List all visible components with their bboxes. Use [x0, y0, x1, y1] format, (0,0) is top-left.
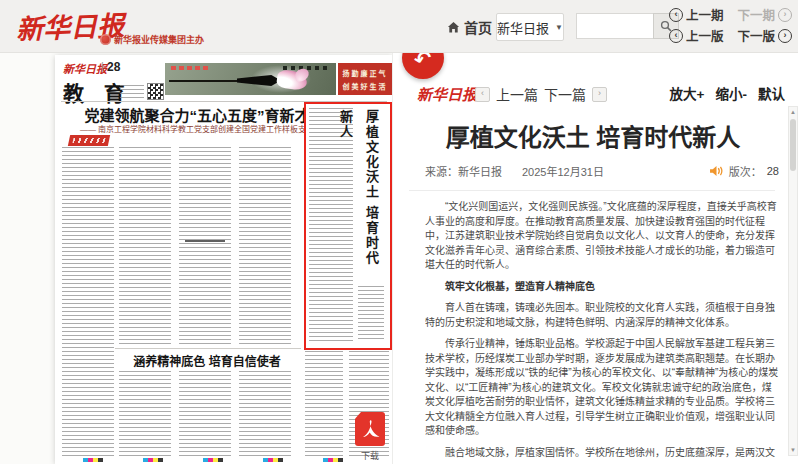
article-body: “文化兴则国运兴，文化强则民族强。”文化底蕴的深厚程度，直接关乎高校育人事业的高… — [425, 200, 779, 458]
banner-small-red-text — [171, 66, 209, 70]
scroll-down-arrow[interactable]: ▼ — [789, 447, 797, 453]
page-number: 28 — [107, 60, 120, 74]
circle-left-arrow-icon: ‹ — [669, 8, 683, 22]
next-issue-link[interactable]: 下一期 › — [737, 5, 792, 24]
prev-page-label: 上一版 — [686, 26, 724, 45]
article-navigation: ‹ 上一篇 下一篇 › — [475, 84, 607, 104]
app-root: 新华日报 新华报业传媒集团主办 首页 新华日报 ▼ — [0, 0, 798, 464]
scrollbar-thumb[interactable] — [790, 119, 796, 171]
pdf-download-button[interactable]: 下载 — [353, 412, 387, 464]
banner-slogan-line1: 扬勤廉正气 — [343, 68, 388, 78]
article-source: 来源：新华日报 — [425, 163, 502, 179]
color-registration-mark — [323, 458, 343, 462]
column-badge — [68, 135, 110, 146]
inline-subhead — [185, 240, 225, 245]
issue-row: ‹ 上一期 下一期 › — [669, 5, 792, 24]
zoom-default-button[interactable]: 默认 — [758, 83, 785, 103]
circle-left-arrow-icon: ‹ — [669, 29, 683, 43]
highlighted-article-region[interactable]: 厚植文化沃土 培育时代新人 — [304, 102, 392, 350]
top-header: 新华日报 新华报业传媒集团主办 首页 新华日报 ▼ — [0, 0, 798, 53]
prev-article-box-icon[interactable]: ‹ — [475, 87, 490, 102]
article-reader-pane: 新华日报 ‹ 上一篇 下一篇 › 放大+ 缩小- 默认 厚植文化沃土 培育时代新… — [392, 52, 798, 464]
paper-select[interactable]: 新华日报 ▼ — [496, 13, 564, 41]
banner-slogan: 扬勤廉正气 创美好生活 — [338, 63, 392, 95]
text-column — [239, 147, 291, 345]
pdf-download-label: 下载 — [353, 449, 387, 462]
page-row: ‹ 上一版 下一版 › — [669, 26, 792, 45]
text-column — [119, 147, 171, 345]
zoom-in-button[interactable]: 放大+ — [670, 83, 705, 103]
home-link[interactable]: 首页 — [447, 17, 492, 37]
banner-slogan-line2: 创美好生活 — [343, 81, 388, 91]
circle-right-arrow-icon: › — [778, 8, 792, 22]
article-subheading: 筑牢文化根基，塑造育人精神底色 — [425, 280, 779, 295]
home-label: 首页 — [464, 17, 492, 37]
reader-logo: 新华日报 — [417, 83, 477, 104]
article-meta: 来源：新华日报 2025年12月31日 版次：28 — [425, 163, 779, 179]
highlighted-article-text — [358, 286, 384, 342]
media-group-seal-icon — [100, 34, 111, 45]
article-paragraph: 融合地域文脉，厚植家国情怀。学校所在地徐州，历史底蕴深厚，是两汉文化的发祥 — [425, 446, 779, 459]
main-article-headline[interactable]: 党建领航聚合力“五心五度”育新才 — [61, 104, 333, 125]
article-paragraph: 传承行业精神，锤炼职业品格。学校源起于中国人民解放军基建工程兵第三技术学校，历经… — [425, 337, 779, 439]
article-paragraph: 育人首在铸魂，铸魂必先固本。职业院校的文化育人实践，须植根于自身独特的历史积淀和… — [425, 301, 779, 330]
prev-issue-link[interactable]: ‹ 上一期 — [669, 5, 724, 24]
chevron-down-icon: ▼ — [555, 23, 563, 32]
color-registration-mark — [203, 458, 223, 462]
highlighted-article-title: 厚植文化沃土 培育时代新人 — [358, 110, 384, 280]
home-icon — [447, 21, 460, 34]
masthead-separator: | — [101, 60, 104, 72]
article-date: 2025年12月31日 — [522, 163, 604, 179]
color-registration-mark — [263, 458, 283, 462]
next-page-label: 下一版 — [737, 26, 775, 45]
masthead-subtitle-text: 新华报业传媒集团主办 — [114, 33, 204, 46]
issue-navigation: ‹ 上一期 下一期 › ‹ 上一版 下一版 › — [669, 5, 792, 45]
text-column — [305, 351, 343, 457]
color-registration-mark — [143, 458, 163, 462]
circle-right-arrow-icon: › — [778, 29, 792, 43]
newspaper-page-thumbnail[interactable]: 新华日报 | 28 教 育 扬勤廉正气 创美好生活 党建领航聚合力“五心五度”育… — [55, 55, 392, 464]
section-rule — [115, 348, 301, 349]
text-column — [239, 371, 291, 457]
text-column — [179, 147, 231, 345]
bottom-article-headline[interactable]: 涵养精神底色 培育自信使者 — [109, 352, 305, 369]
reader-scrollbar[interactable]: ▲ ▼ — [788, 106, 798, 456]
zoom-out-button[interactable]: 缩小- — [716, 83, 748, 103]
next-article-link[interactable]: 下一篇 — [544, 84, 586, 104]
prev-page-link[interactable]: ‹ 上一版 — [669, 26, 724, 45]
article-paragraph: “文化兴则国运兴，文化强则民族强。”文化底蕴的深厚程度，直接关乎高校育人事业的高… — [425, 200, 779, 273]
edition-value: 28 — [767, 165, 779, 177]
article-title: 厚植文化沃土 培育时代新人 — [403, 118, 783, 153]
brush-handle — [169, 80, 241, 82]
search-area — [576, 13, 679, 39]
text-column — [119, 371, 171, 457]
next-issue-label: 下一期 — [737, 5, 775, 24]
meta-divider — [409, 190, 775, 191]
scroll-up-arrow[interactable]: ▲ — [789, 109, 797, 115]
text-column — [179, 371, 231, 457]
speaker-icon[interactable] — [709, 165, 724, 177]
prev-issue-label: 上一期 — [686, 5, 724, 24]
font-size-controls: 放大+ 缩小- 默认 — [670, 83, 785, 103]
highlighted-article-text — [309, 108, 353, 342]
paper-select-value: 新华日报 — [497, 18, 549, 37]
next-page-link[interactable]: 下一版 › — [737, 26, 792, 45]
pdf-icon — [355, 412, 385, 446]
text-column — [62, 147, 114, 457]
search-input[interactable] — [576, 13, 653, 39]
main-article-subheadline: —— 南京工程学院材料科学教工党支部创建全国党建工作样板支部 — [61, 123, 333, 134]
edition-label: 版次： — [729, 163, 762, 179]
banner-image — [165, 63, 336, 95]
color-registration-mark — [83, 458, 103, 462]
qr-code — [147, 83, 164, 100]
edition-info-text — [120, 85, 144, 99]
prev-article-link[interactable]: 上一篇 — [496, 84, 538, 104]
masthead-subtitle: 新华报业传媒集团主办 — [100, 33, 204, 46]
next-article-box-icon[interactable]: › — [592, 87, 607, 102]
